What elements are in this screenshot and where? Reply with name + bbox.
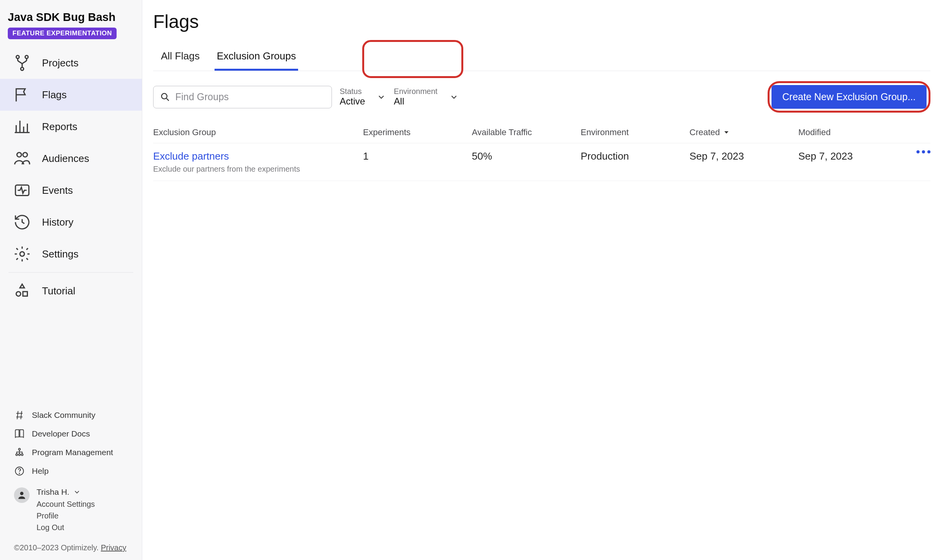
avatar[interactable] (14, 487, 30, 503)
sort-desc-icon (723, 129, 730, 136)
filter-value: All (394, 96, 437, 107)
org-icon (14, 447, 25, 458)
app-title: Java SDK Bug Bash (8, 11, 129, 24)
th-modified[interactable]: Modified (798, 127, 899, 137)
search-input[interactable] (175, 91, 325, 103)
page-title: Flags (153, 0, 930, 45)
link-help[interactable]: Help (14, 462, 128, 480)
user-link-logout[interactable]: Log Out (37, 522, 95, 533)
link-slack[interactable]: Slack Community (14, 406, 128, 424)
sidebar-item-reports[interactable]: Reports (0, 111, 142, 143)
svg-point-14 (19, 473, 19, 473)
product-badge: FEATURE EXPERIMENTATION (8, 28, 117, 39)
tab-all-flags[interactable]: All Flags (153, 45, 208, 71)
link-label: Program Management (32, 448, 113, 457)
svg-point-15 (20, 492, 24, 495)
svg-point-6 (20, 252, 24, 256)
search-box[interactable] (153, 86, 332, 108)
sidebar-item-label: History (42, 216, 73, 228)
user-name-toggle[interactable]: Trisha H. (37, 487, 95, 497)
th-created[interactable]: Created (689, 127, 798, 137)
sidebar-item-label: Settings (42, 248, 79, 260)
people-icon (13, 150, 31, 167)
tab-exclusion-groups[interactable]: Exclusion Groups (209, 45, 304, 71)
sidebar-item-projects[interactable]: Projects (0, 47, 142, 79)
link-docs[interactable]: Developer Docs (14, 424, 128, 443)
user-link-profile[interactable]: Profile (37, 510, 95, 522)
branch-icon (13, 54, 31, 72)
sidebar-item-label: Tutorial (42, 285, 75, 297)
sidebar: Java SDK Bug Bash FEATURE EXPERIMENTATIO… (0, 0, 142, 560)
row-actions-menu[interactable] (916, 150, 930, 153)
copyright: ©2010–2023 Optimizely. Privacy (14, 543, 128, 552)
gear-icon (13, 245, 31, 263)
sidebar-nav: Projects Flags Reports Audiences (0, 47, 142, 307)
chevron-down-icon (377, 92, 386, 102)
row-name-link[interactable]: Exclude partners (153, 150, 363, 162)
filter-label: Status (340, 87, 365, 96)
link-label: Slack Community (32, 410, 95, 420)
link-program[interactable]: Program Management (14, 443, 128, 462)
shapes-icon (13, 282, 31, 300)
svg-point-7 (16, 292, 21, 296)
book-icon (14, 428, 25, 439)
svg-point-12 (21, 454, 23, 456)
sidebar-item-history[interactable]: History (0, 206, 142, 238)
svg-point-1 (25, 56, 28, 59)
main: Flags All Flags Exclusion Groups Status … (142, 0, 946, 560)
search-icon (160, 92, 171, 103)
tabs: All Flags Exclusion Groups (153, 45, 930, 71)
privacy-link[interactable]: Privacy (101, 543, 126, 552)
table-header: Exclusion Group Experiments Available Tr… (153, 123, 930, 143)
svg-point-0 (16, 56, 19, 59)
chevron-down-icon (73, 488, 81, 496)
link-label: Help (32, 466, 49, 476)
filter-status[interactable]: Status Active (340, 87, 386, 107)
row-modified: Sep 7, 2023 (798, 150, 899, 162)
person-icon (17, 490, 27, 500)
sidebar-item-label: Events (42, 184, 73, 197)
svg-point-2 (21, 68, 24, 71)
th-environment[interactable]: Environment (581, 127, 689, 137)
sidebar-item-audiences[interactable]: Audiences (0, 143, 142, 174)
filter-value: Active (340, 96, 365, 107)
svg-point-16 (162, 93, 167, 99)
nav-divider (9, 272, 133, 273)
svg-point-4 (23, 153, 28, 157)
sidebar-item-label: Reports (42, 121, 77, 133)
copyright-text: ©2010–2023 Optimizely. (14, 543, 101, 552)
svg-point-11 (19, 454, 21, 456)
user-block: Trisha H. Account Settings Profile Log O… (14, 487, 128, 533)
create-exclusion-group-button[interactable]: Create New Exclusion Group... (771, 85, 927, 109)
sidebar-item-events[interactable]: Events (0, 174, 142, 206)
user-link-account[interactable]: Account Settings (37, 498, 95, 510)
table-row: Exclude partners Exclude our partners fr… (153, 143, 930, 181)
row-created: Sep 7, 2023 (689, 150, 798, 162)
sidebar-item-tutorial[interactable]: Tutorial (0, 275, 142, 307)
th-exclusion-group[interactable]: Exclusion Group (153, 127, 363, 137)
svg-point-9 (19, 449, 21, 450)
svg-rect-8 (23, 292, 28, 296)
sidebar-item-settings[interactable]: Settings (0, 238, 142, 270)
hash-icon (14, 410, 25, 421)
question-icon (14, 466, 25, 477)
toolbar: Status Active Environment All Create New… (153, 71, 930, 123)
sidebar-item-flags[interactable]: Flags (0, 79, 142, 111)
filter-label: Environment (394, 87, 437, 96)
th-label: Created (689, 127, 720, 137)
chart-icon (13, 118, 31, 136)
row-available-traffic: 50% (472, 150, 581, 162)
th-experiments[interactable]: Experiments (363, 127, 472, 137)
sidebar-item-label: Flags (42, 89, 67, 101)
link-label: Developer Docs (32, 429, 90, 438)
filter-environment[interactable]: Environment All (394, 87, 458, 107)
chevron-down-icon (449, 92, 459, 102)
row-experiments: 1 (363, 150, 472, 162)
create-button-wrap: Create New Exclusion Group... (768, 81, 930, 113)
history-icon (13, 213, 31, 231)
th-available-traffic[interactable]: Available Traffic (472, 127, 581, 137)
user-name: Trisha H. (37, 487, 69, 497)
sidebar-item-label: Audiences (42, 153, 89, 165)
row-environment: Production (581, 150, 689, 162)
sidebar-item-label: Projects (42, 57, 79, 69)
